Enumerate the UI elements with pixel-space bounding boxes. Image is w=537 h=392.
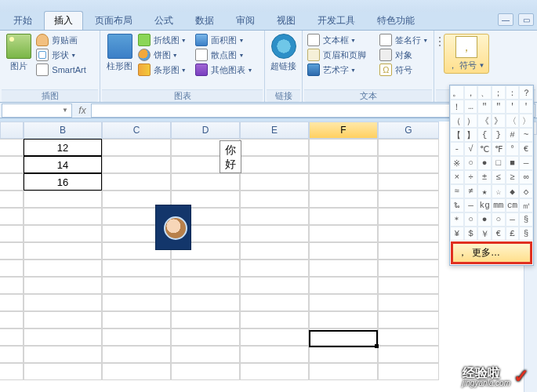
- cell[interactable]: [102, 328, 171, 346]
- fill-handle[interactable]: [375, 344, 379, 348]
- symbol-cell[interactable]: mm: [492, 198, 506, 212]
- symbol-cell[interactable]: ○: [492, 212, 506, 227]
- symbol-cell[interactable]: ￥: [477, 227, 492, 241]
- cell[interactable]: [24, 191, 102, 208]
- cell[interactable]: [24, 208, 102, 225]
- symbol-cell[interactable]: ■: [506, 156, 520, 170]
- symbol-cell[interactable]: °: [506, 142, 520, 156]
- cell[interactable]: [378, 363, 439, 380]
- tab-start[interactable]: 开始: [3, 11, 42, 30]
- cell[interactable]: [171, 311, 240, 328]
- cell[interactable]: [0, 346, 24, 363]
- tab-dev[interactable]: 开发工具: [307, 11, 365, 30]
- textbox-button[interactable]: 文本框▼: [307, 34, 376, 46]
- cell[interactable]: [0, 139, 24, 156]
- more-symbols-button[interactable]: ， 更多…: [451, 241, 532, 264]
- cell[interactable]: [378, 225, 439, 242]
- object-button[interactable]: 对象: [379, 49, 429, 61]
- window-restore[interactable]: ▭: [518, 13, 534, 26]
- symbol-cell[interactable]: ；: [492, 85, 506, 100]
- symbol-cell[interactable]: …: [464, 100, 478, 114]
- symbol-cell[interactable]: ℉: [492, 142, 506, 156]
- cell[interactable]: [240, 173, 309, 191]
- symbol-cell[interactable]: €: [492, 227, 506, 241]
- col-head-corner[interactable]: [0, 122, 24, 139]
- symbol-cell[interactable]: ○: [464, 156, 478, 170]
- signature-button[interactable]: 签名行▼: [379, 34, 429, 46]
- cell[interactable]: [378, 328, 439, 346]
- symbol-cell[interactable]: 《: [477, 114, 492, 128]
- symbol-cell[interactable]: √: [464, 142, 478, 156]
- cell[interactable]: [309, 277, 378, 294]
- hyperlink-button[interactable]: 超链接: [268, 32, 299, 74]
- cell[interactable]: [240, 191, 309, 208]
- symbol-cell[interactable]: —: [506, 212, 520, 227]
- symbol-cell[interactable]: □: [492, 156, 506, 170]
- symbol-cell[interactable]: ¥: [450, 227, 464, 241]
- name-box[interactable]: ▼: [2, 103, 72, 118]
- symbol-cell[interactable]: ≤: [492, 170, 506, 184]
- symbol-cell[interactable]: ÷: [464, 170, 478, 184]
- symbol-cell[interactable]: kg: [477, 198, 492, 212]
- symbol-cell[interactable]: ℃: [477, 142, 492, 156]
- symbol-cell[interactable]: 〉: [519, 114, 533, 128]
- symbol-cell[interactable]: ※: [450, 156, 464, 170]
- cell[interactable]: [309, 311, 378, 328]
- cell[interactable]: [240, 328, 309, 346]
- cell[interactable]: [0, 173, 24, 191]
- insert-picture-button[interactable]: 图片: [3, 32, 34, 74]
- cell[interactable]: [309, 191, 378, 208]
- col-head-D[interactable]: D: [171, 122, 240, 139]
- symbol-cell[interactable]: （: [450, 114, 464, 128]
- tab-view[interactable]: 视图: [267, 11, 306, 30]
- cell[interactable]: [102, 363, 171, 380]
- symbol-cell[interactable]: }: [492, 128, 506, 142]
- cell[interactable]: [240, 277, 309, 294]
- cell[interactable]: [240, 208, 309, 225]
- symbol-cell[interactable]: ~: [519, 128, 533, 142]
- cell[interactable]: [0, 191, 24, 208]
- cell[interactable]: [24, 260, 102, 277]
- cell[interactable]: [240, 139, 309, 156]
- cell[interactable]: [102, 311, 171, 328]
- cell[interactable]: [378, 242, 439, 260]
- header-footer-button[interactable]: 页眉和页脚: [307, 49, 376, 61]
- cell[interactable]: [0, 277, 24, 294]
- cell[interactable]: [171, 277, 240, 294]
- cell[interactable]: [24, 346, 102, 363]
- cell[interactable]: [240, 156, 309, 173]
- line-chart-button[interactable]: 折线图▼: [138, 34, 193, 46]
- symbol-cell[interactable]: 》: [492, 114, 506, 128]
- cell[interactable]: [240, 346, 309, 363]
- bar-chart-button[interactable]: 条形图▼: [138, 64, 193, 76]
- cell[interactable]: [309, 242, 378, 260]
- symbol-cell[interactable]: ": [477, 100, 492, 114]
- tab-insert[interactable]: 插入: [44, 11, 83, 30]
- cell[interactable]: [24, 311, 102, 328]
- tab-data[interactable]: 数据: [185, 11, 224, 30]
- cell[interactable]: [0, 363, 24, 380]
- cell[interactable]: [171, 173, 240, 191]
- area-chart-button[interactable]: 面积图▼: [195, 34, 259, 46]
- cell[interactable]: [0, 328, 24, 346]
- cell[interactable]: 16: [24, 173, 102, 191]
- tab-special[interactable]: 特色功能: [367, 11, 425, 30]
- col-head-C[interactable]: C: [102, 122, 171, 139]
- symbol-cell[interactable]: ）: [464, 114, 478, 128]
- floating-textbox[interactable]: 你 好: [220, 140, 241, 173]
- cell[interactable]: [378, 294, 439, 311]
- col-head-B[interactable]: B: [24, 122, 102, 139]
- cell[interactable]: [102, 346, 171, 363]
- column-chart-button[interactable]: 柱形图: [103, 32, 136, 74]
- cell[interactable]: [240, 260, 309, 277]
- symbol-inline-button[interactable]: Ω符号: [379, 64, 429, 76]
- cell[interactable]: [309, 156, 378, 173]
- symbol-cell[interactable]: #: [506, 128, 520, 142]
- cell[interactable]: [378, 277, 439, 294]
- cell[interactable]: [309, 208, 378, 225]
- symbol-cell[interactable]: ，: [464, 85, 478, 100]
- scatter-chart-button[interactable]: 散点图▼: [195, 49, 259, 61]
- cell[interactable]: [102, 139, 171, 156]
- cell[interactable]: [0, 311, 24, 328]
- other-chart-button[interactable]: 其他图表▼: [195, 64, 259, 76]
